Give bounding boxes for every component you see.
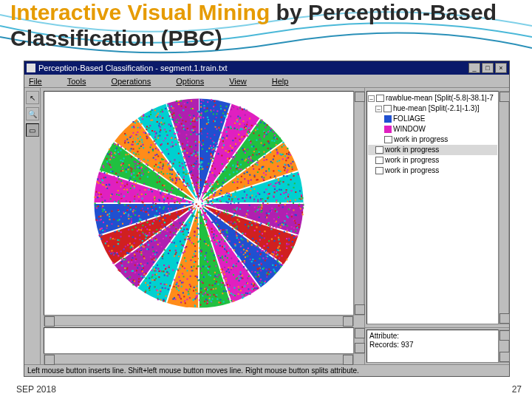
menu-options[interactable]: Options [176,77,204,86]
svg-rect-1940 [177,283,178,284]
svg-rect-2441 [286,244,287,245]
svg-rect-697 [198,195,200,197]
menu-file[interactable]: File [29,77,42,86]
svg-rect-2385 [183,292,184,293]
viz-scrollbar-horizontal[interactable] [44,316,354,326]
svg-rect-1845 [184,162,185,163]
svg-rect-730 [227,213,228,214]
svg-rect-2514 [223,271,225,273]
svg-rect-2012 [130,280,132,282]
svg-rect-2603 [144,189,146,191]
tree-scrollbar-vertical[interactable] [499,91,509,324]
svg-rect-1569 [293,228,295,229]
svg-rect-1074 [222,282,224,284]
svg-rect-209 [225,137,227,139]
maximize-button[interactable]: □ [482,63,494,73]
svg-rect-964 [197,185,199,186]
svg-rect-2078 [183,167,184,168]
svg-rect-1683 [197,132,199,134]
svg-rect-409 [248,241,249,242]
decision-tree[interactable]: –rawblue-mean [Split(-5.8|-38.1|-7 –hue-… [366,91,499,324]
svg-rect-1311 [301,197,303,199]
svg-rect-458 [263,151,265,153]
svg-rect-1749 [276,259,278,261]
tool-grid[interactable]: ▭ [26,123,39,137]
svg-rect-1884 [250,259,251,260]
svg-rect-1802 [236,166,237,168]
svg-rect-166 [259,201,260,202]
svg-rect-1819 [181,286,183,287]
svg-rect-2008 [200,143,202,145]
viz-scrollbar-vertical[interactable] [354,91,364,316]
svg-rect-727 [211,203,213,205]
svg-rect-1976 [222,157,224,159]
svg-rect-2549 [274,134,276,136]
svg-rect-922 [151,144,152,146]
svg-rect-1718 [243,294,245,296]
menu-view[interactable]: View [229,77,247,86]
svg-rect-1417 [115,149,116,151]
minimize-button[interactable]: _ [468,63,480,73]
tool-zoom[interactable]: 🔍 [26,107,39,120]
svg-rect-812 [134,265,136,266]
svg-rect-366 [153,220,154,222]
svg-rect-2081 [169,214,171,215]
svg-rect-1839 [121,259,123,260]
menu-operations[interactable]: Operations [111,77,151,86]
svg-rect-1545 [214,206,216,208]
svg-rect-1551 [189,288,191,290]
svg-rect-609 [145,194,146,195]
svg-rect-2455 [235,191,236,192]
svg-rect-1633 [238,134,239,135]
svg-rect-1485 [165,219,166,221]
svg-rect-2483 [250,223,251,225]
svg-rect-1249 [152,150,154,151]
svg-rect-102 [155,112,157,113]
svg-rect-2126 [120,149,121,151]
lower-detail-canvas[interactable] [44,327,354,354]
svg-rect-876 [171,178,173,180]
expand-icon[interactable]: – [375,106,382,112]
svg-rect-633 [210,137,211,139]
svg-rect-782 [284,167,286,168]
svg-rect-1886 [254,287,256,289]
svg-rect-1732 [188,185,190,186]
svg-rect-664 [243,151,245,152]
expand-icon[interactable]: – [368,95,375,102]
menu-tools[interactable]: Tools [67,77,86,86]
svg-rect-1796 [211,299,213,300]
visualization-canvas[interactable] [44,91,354,316]
svg-rect-680 [225,280,227,282]
svg-rect-2005 [220,108,222,109]
svg-rect-106 [200,244,202,245]
svg-rect-1532 [239,168,240,170]
svg-rect-1402 [177,119,178,120]
svg-rect-783 [205,221,207,222]
svg-rect-2522 [177,178,178,180]
title-bar[interactable]: Perception-Based Classification - segmen… [24,61,509,75]
svg-rect-2101 [225,166,227,168]
svg-rect-1686 [197,182,199,183]
svg-rect-566 [228,193,230,194]
svg-rect-826 [270,168,272,170]
svg-rect-1624 [152,253,154,255]
svg-rect-433 [191,154,193,156]
svg-rect-287 [229,196,231,197]
tool-arrow[interactable]: ↖ [26,91,39,104]
svg-rect-363 [140,123,142,125]
svg-rect-111 [227,158,228,160]
lower-scrollbar-horizontal[interactable] [44,354,354,364]
svg-rect-1728 [285,224,287,225]
svg-rect-2343 [126,252,128,253]
svg-rect-416 [202,295,203,296]
svg-rect-901 [177,132,178,133]
attr-scrollbar-vertical[interactable] [499,330,509,363]
svg-rect-734 [259,239,261,241]
svg-rect-1066 [216,110,218,112]
svg-rect-2534 [151,237,152,239]
lower-scrollbar-vertical[interactable] [354,327,364,354]
menu-help[interactable]: Help [272,77,289,86]
close-button[interactable]: × [495,63,507,73]
svg-rect-88 [176,287,177,288]
svg-rect-1774 [133,172,134,174]
